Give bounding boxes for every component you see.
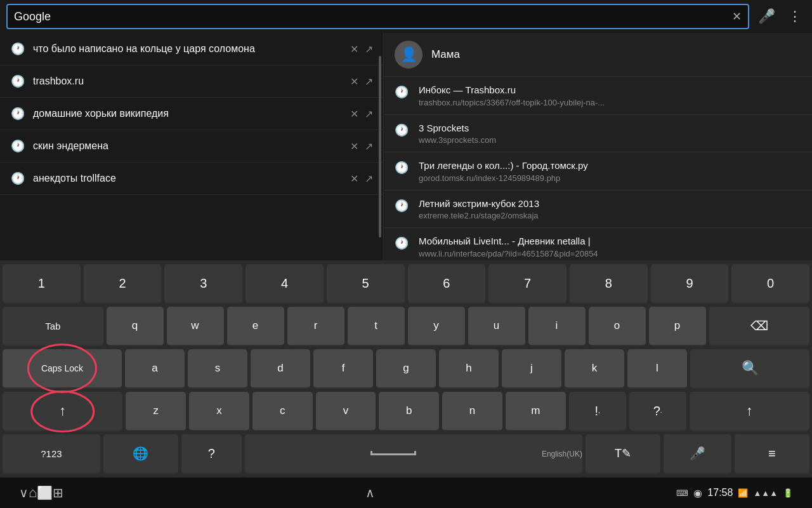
key-y[interactable]: y <box>408 307 465 346</box>
recents-button[interactable]: ⬜ <box>37 485 53 500</box>
home-button[interactable]: ⌂ <box>29 485 37 501</box>
key-1[interactable]: 1 <box>3 264 81 304</box>
key-e[interactable]: e <box>227 307 284 346</box>
suggestion-item[interactable]: 🕐 домашние хорьки википедия ✕ ↗ <box>0 98 383 130</box>
suggestion-close-icon[interactable]: ✕ <box>350 173 358 185</box>
key-4[interactable]: 4 <box>246 264 324 304</box>
key-h[interactable]: h <box>439 349 499 389</box>
key-d[interactable]: d <box>251 349 310 389</box>
suggestion-item[interactable]: 🕐 анекдоты trollface ✕ ↗ <box>0 163 383 195</box>
scroll-up-button[interactable]: ∧ <box>365 485 375 500</box>
key-0[interactable]: 0 <box>731 264 809 304</box>
key-5[interactable]: 5 <box>327 264 405 304</box>
numeric-key[interactable]: ?123 <box>3 434 100 474</box>
clock-icon: 🕐 <box>10 171 25 185</box>
globe-key[interactable]: 🌐 <box>103 434 178 474</box>
search-input-wrapper[interactable]: ✕ <box>6 4 749 29</box>
microphone-key[interactable]: 🎤 <box>664 434 731 474</box>
key-9[interactable]: 9 <box>651 264 729 304</box>
clear-icon[interactable]: ✕ <box>732 10 742 23</box>
keyboard-row-zxcv: ↑ z x c v b n m !, ?. ↑ <box>3 392 809 431</box>
suggestion-arrow-icon[interactable]: ↗ <box>365 43 373 55</box>
key-k[interactable]: k <box>565 349 624 389</box>
key-exclamation[interactable]: !, <box>569 392 626 431</box>
key-j[interactable]: j <box>502 349 561 389</box>
question-key[interactable]: ? <box>181 434 242 474</box>
key-b[interactable]: b <box>379 392 439 431</box>
search-bar: ✕ 🎤 ⋮ <box>0 0 812 33</box>
key-u[interactable]: u <box>468 307 525 346</box>
battery-icon: 🔋 <box>783 488 793 498</box>
key-s[interactable]: s <box>188 349 247 389</box>
suggestion-item[interactable]: 🕐 скин эндермена ✕ ↗ <box>0 130 383 163</box>
scroll-indicator <box>379 56 381 237</box>
suggestion-close-icon[interactable]: ✕ <box>350 76 358 88</box>
back-button[interactable]: ∨ <box>19 485 29 500</box>
key-question[interactable]: ?. <box>629 392 686 431</box>
key-l[interactable]: l <box>627 349 687 389</box>
key-w[interactable]: w <box>167 307 224 346</box>
history-item[interactable]: 🕐 Инбокс — Trashbox.ru trashbox.ru/topic… <box>384 77 812 115</box>
keyboard-row-bottom: ?123 🌐 ? English(UK) T✎ 🎤 ≡ <box>3 434 809 474</box>
suggestion-actions: ✕ ↗ <box>350 76 373 88</box>
key-n[interactable]: n <box>442 392 502 431</box>
suggestions-panel: 🕐 что было написано на кольце у царя сол… <box>0 33 384 260</box>
caps-lock-highlight <box>27 344 97 393</box>
shift-right-key[interactable]: ↑ <box>690 392 809 431</box>
history-content: Летний экстрим-кубок 2013 extreme.tele2.… <box>419 197 802 221</box>
suggestion-arrow-icon[interactable]: ↗ <box>365 173 373 185</box>
qr-button[interactable]: ⊞ <box>53 485 63 500</box>
suggestion-close-icon[interactable]: ✕ <box>350 108 358 120</box>
microphone-icon[interactable]: 🎤 <box>754 4 779 29</box>
clipboard-key[interactable]: ≡ <box>735 434 809 474</box>
history-item[interactable]: 🕐 Летний экстрим-кубок 2013 extreme.tele… <box>384 190 812 229</box>
history-item[interactable]: 🕐 Мобильный LiveInt... - Дневник netalla… <box>384 228 812 260</box>
caps-lock-key[interactable]: Caps Lock <box>3 349 122 389</box>
backspace-key[interactable]: ⌫ <box>709 307 810 346</box>
more-options-icon[interactable]: ⋮ <box>784 4 806 29</box>
keyboard-row-asdf: Caps Lock a s d f g h j k l 🔍 <box>3 349 809 389</box>
key-q[interactable]: q <box>107 307 164 346</box>
shift-left-key[interactable]: ↑ <box>3 392 122 431</box>
key-2[interactable]: 2 <box>84 264 162 304</box>
suggestion-arrow-icon[interactable]: ↗ <box>365 140 373 152</box>
suggestion-arrow-icon[interactable]: ↗ <box>365 108 373 120</box>
contact-item[interactable]: 👤 Мама <box>384 33 812 77</box>
suggestion-item[interactable]: 🕐 trashbox.ru ✕ ↗ <box>0 65 383 98</box>
search-key[interactable]: 🔍 <box>690 349 809 389</box>
history-item[interactable]: 🕐 Три легенды о кол...:) - Город.томск.р… <box>384 152 812 190</box>
key-t[interactable]: t <box>348 307 405 346</box>
history-panel: 👤 Мама 🕐 Инбокс — Trashbox.ru trashbox.r… <box>384 33 812 260</box>
search-input[interactable] <box>14 10 732 23</box>
clock-icon: 🕐 <box>395 199 410 213</box>
space-key[interactable]: English(UK) <box>245 434 582 474</box>
key-7[interactable]: 7 <box>488 264 566 304</box>
suggestion-close-icon[interactable]: ✕ <box>350 43 358 55</box>
suggestion-close-icon[interactable]: ✕ <box>350 140 358 152</box>
key-tab[interactable]: Tab <box>3 307 103 346</box>
key-3[interactable]: 3 <box>164 264 242 304</box>
text-edit-key[interactable]: T✎ <box>586 434 660 474</box>
history-item[interactable]: 🕐 3 Sprockets www.3sprockets.com <box>384 115 812 153</box>
clock-icon: 🕐 <box>10 74 25 88</box>
key-o[interactable]: o <box>589 307 646 346</box>
key-c[interactable]: c <box>252 392 313 431</box>
key-f[interactable]: f <box>313 349 373 389</box>
history-content: Мобильный LiveInt... - Дневник netalla |… <box>419 235 802 258</box>
key-z[interactable]: z <box>126 392 186 431</box>
key-r[interactable]: r <box>287 307 344 346</box>
keyboard: 1 2 3 4 5 6 7 8 9 0 Tab q w e r t y u i … <box>0 260 812 478</box>
key-6[interactable]: 6 <box>408 264 486 304</box>
key-i[interactable]: i <box>528 307 586 346</box>
svg-rect-3 <box>414 451 416 455</box>
key-x[interactable]: x <box>189 392 249 431</box>
key-g[interactable]: g <box>376 349 436 389</box>
suggestion-arrow-icon[interactable]: ↗ <box>365 76 373 88</box>
key-8[interactable]: 8 <box>570 264 648 304</box>
key-a[interactable]: a <box>125 349 185 389</box>
key-p[interactable]: p <box>649 307 706 346</box>
key-v[interactable]: v <box>316 392 376 431</box>
signal-icon: ▲▲▲ <box>753 488 778 498</box>
key-m[interactable]: m <box>506 392 566 431</box>
suggestion-item[interactable]: 🕐 что было написано на кольце у царя сол… <box>0 33 383 65</box>
